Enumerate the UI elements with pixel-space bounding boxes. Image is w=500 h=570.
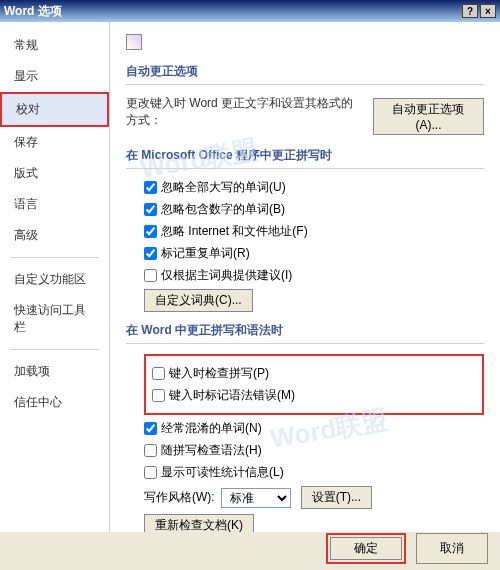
mark-grammar-typing-label: 键入时标记语法错误(M) bbox=[169, 387, 295, 404]
writing-style-select[interactable]: 标准 bbox=[221, 488, 291, 508]
autocorrect-desc: 更改键入时 Word 更正文字和设置其格式的方式： bbox=[126, 95, 365, 129]
settings-button[interactable]: 设置(T)... bbox=[301, 486, 372, 509]
sidebar-item-language[interactable]: 语言 bbox=[0, 189, 109, 220]
main-dict-only-checkbox[interactable] bbox=[144, 269, 157, 282]
recheck-document-button[interactable]: 重新检查文档(K) bbox=[144, 514, 254, 532]
grammar-with-spelling-label: 随拼写检查语法(H) bbox=[161, 442, 262, 459]
close-icon[interactable]: × bbox=[480, 4, 496, 18]
sidebar-item-save[interactable]: 保存 bbox=[0, 127, 109, 158]
mark-grammar-typing-checkbox[interactable] bbox=[152, 389, 165, 402]
highlight-box-spellcheck: 键入时检查拼写(P) 键入时标记语法错误(M) bbox=[144, 354, 484, 415]
readability-stats-label: 显示可读性统计信息(L) bbox=[161, 464, 284, 481]
mark-repeat-label: 标记重复单词(R) bbox=[161, 245, 250, 262]
autocorrect-heading: 自动更正选项 bbox=[126, 63, 484, 85]
mark-repeat-checkbox[interactable] bbox=[144, 247, 157, 260]
sidebar-item-general[interactable]: 常规 bbox=[0, 30, 109, 61]
sidebar-item-addins[interactable]: 加载项 bbox=[0, 356, 109, 387]
check-spelling-typing-label: 键入时检查拼写(P) bbox=[169, 365, 269, 382]
sidebar-item-display[interactable]: 显示 bbox=[0, 61, 109, 92]
readability-stats-checkbox[interactable] bbox=[144, 466, 157, 479]
grammar-with-spelling-checkbox[interactable] bbox=[144, 444, 157, 457]
autocorrect-options-button[interactable]: 自动更正选项(A)... bbox=[373, 98, 484, 135]
ignore-numbers-checkbox[interactable] bbox=[144, 203, 157, 216]
highlight-box-ok: 确定 bbox=[326, 533, 406, 564]
sidebar-item-trust-center[interactable]: 信任中心 bbox=[0, 387, 109, 418]
sidebar: 常规 显示 校对 保存 版式 语言 高级 自定义功能区 快速访问工具栏 加载项 … bbox=[0, 22, 110, 532]
abc-icon bbox=[126, 34, 142, 50]
confused-words-checkbox[interactable] bbox=[144, 422, 157, 435]
sidebar-item-advanced[interactable]: 高级 bbox=[0, 220, 109, 251]
ignore-numbers-label: 忽略包含数字的单词(B) bbox=[161, 201, 285, 218]
main-dict-only-label: 仅根据主词典提供建议(I) bbox=[161, 267, 292, 284]
dialog-footer: 确定 取消 bbox=[326, 533, 488, 564]
content-panel: Word联盟 Word联盟 Word联盟 自动更正选项 更改键入时 Word 更… bbox=[110, 22, 500, 532]
sidebar-item-proofing[interactable]: 校对 bbox=[0, 92, 109, 127]
ignore-urls-checkbox[interactable] bbox=[144, 225, 157, 238]
ok-button[interactable]: 确定 bbox=[330, 537, 402, 560]
window-title: Word 选项 bbox=[4, 3, 62, 20]
word-spelling-heading: 在 Word 中更正拼写和语法时 bbox=[126, 322, 484, 344]
ignore-uppercase-checkbox[interactable] bbox=[144, 181, 157, 194]
cancel-button[interactable]: 取消 bbox=[416, 533, 488, 564]
help-icon[interactable]: ? bbox=[462, 4, 478, 18]
check-spelling-typing-checkbox[interactable] bbox=[152, 367, 165, 380]
writing-style-label: 写作风格(W): bbox=[144, 489, 215, 506]
sidebar-item-quick-access[interactable]: 快速访问工具栏 bbox=[0, 295, 109, 343]
ignore-uppercase-label: 忽略全部大写的单词(U) bbox=[161, 179, 286, 196]
sidebar-item-layout[interactable]: 版式 bbox=[0, 158, 109, 189]
confused-words-label: 经常混淆的单词(N) bbox=[161, 420, 262, 437]
titlebar: Word 选项 ? × bbox=[0, 0, 500, 22]
ignore-urls-label: 忽略 Internet 和文件地址(F) bbox=[161, 223, 308, 240]
sidebar-item-customize-ribbon[interactable]: 自定义功能区 bbox=[0, 264, 109, 295]
custom-dictionaries-button[interactable]: 自定义词典(C)... bbox=[144, 289, 253, 312]
office-spelling-heading: 在 Microsoft Office 程序中更正拼写时 bbox=[126, 147, 484, 169]
